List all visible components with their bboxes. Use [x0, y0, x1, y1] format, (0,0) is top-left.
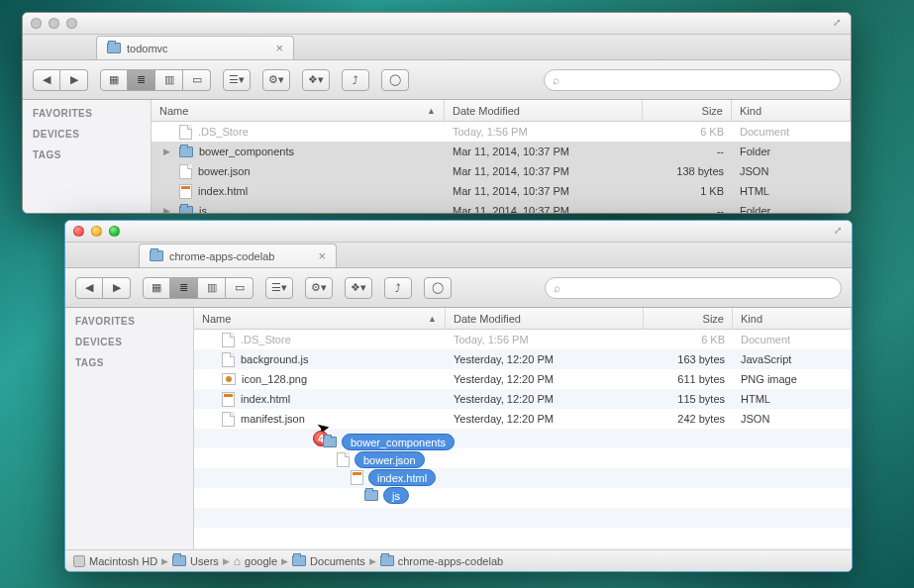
cell-kind: Folder [732, 205, 851, 213]
cell-size: 115 bytes [644, 393, 733, 405]
table-row[interactable]: bower.jsonMar 11, 2014, 10:37 PM138 byte… [152, 161, 851, 181]
breadcrumb[interactable]: Macintosh HD [73, 555, 157, 567]
action-button[interactable]: ⚙▾ [305, 277, 333, 299]
arrange-button[interactable]: ☰▾ [265, 277, 293, 299]
column-name[interactable]: Name▲ [152, 100, 445, 121]
minimize-window-icon[interactable] [49, 18, 59, 29]
cell-date: Yesterday, 12:20 PM [446, 413, 644, 425]
titlebar[interactable]: ⤢ [65, 221, 852, 243]
content: FAVORITES DEVICES TAGS Name▲ Date Modifi… [65, 308, 852, 549]
search-input[interactable] [564, 282, 833, 294]
back-button[interactable]: ◀ [33, 69, 60, 91]
table-row[interactable]: .DS_StoreToday, 1:56 PM6 KBDocument [194, 330, 852, 349]
column-size[interactable]: Size [643, 100, 732, 121]
dropbox-button[interactable]: ❖▾ [302, 69, 330, 91]
cell-name: index.html [194, 392, 446, 407]
column-headers: Name▲ Date Modified Size Kind [194, 308, 852, 330]
tab-todomvc[interactable]: todomvc × [96, 36, 294, 59]
breadcrumb[interactable]: Documents [292, 555, 365, 567]
cell-size: 163 bytes [644, 353, 733, 365]
cell-date: Mar 11, 2014, 10:37 PM [445, 165, 643, 177]
tab-chrome-apps-codelab[interactable]: chrome-apps-codelab × [139, 244, 337, 267]
minimize-window-icon[interactable] [91, 226, 102, 237]
titlebar[interactable]: ⤢ [23, 13, 851, 35]
close-tab-icon[interactable]: × [275, 42, 283, 54]
action-button[interactable]: ⚙▾ [262, 69, 290, 91]
column-size[interactable]: Size [644, 308, 733, 329]
breadcrumb[interactable]: chrome-apps-codelab [380, 555, 503, 567]
edit-tags-button[interactable]: ◯ [424, 277, 452, 299]
icon-view-button[interactable]: ▦ [100, 69, 128, 91]
column-name[interactable]: Name▲ [194, 308, 446, 329]
sidebar-tags[interactable]: TAGS [75, 357, 183, 368]
table-row[interactable]: background.jsYesterday, 12:20 PM163 byte… [194, 349, 852, 369]
column-date[interactable]: Date Modified [445, 100, 643, 121]
icon-view-button[interactable]: ▦ [143, 277, 170, 299]
view-switcher: ▦ ≣ ▥ ▭ [143, 277, 254, 299]
table-row[interactable]: manifest.jsonYesterday, 12:20 PM242 byte… [194, 409, 852, 429]
close-window-icon[interactable] [73, 226, 84, 237]
zoom-window-icon[interactable] [66, 18, 77, 29]
close-window-icon[interactable] [31, 18, 42, 29]
arrange-button[interactable]: ☰▾ [223, 69, 251, 91]
disclosure-icon[interactable]: ▶ [163, 147, 173, 156]
sidebar-devices[interactable]: DEVICES [75, 337, 183, 347]
file-name: .DS_Store [241, 334, 291, 345]
nav-buttons: ◀ ▶ [33, 69, 88, 91]
search-field[interactable]: ⌕ [545, 277, 842, 299]
column-view-button[interactable]: ▥ [198, 277, 226, 299]
share-button[interactable]: ⤴ [342, 69, 369, 91]
image-file-icon [222, 373, 236, 385]
column-date[interactable]: Date Modified [446, 308, 644, 329]
tab-bar: todomvc × [23, 35, 851, 60]
search-field[interactable]: ⌕ [544, 69, 841, 91]
sidebar-favorites[interactable]: FAVORITES [33, 108, 141, 119]
dropbox-button[interactable]: ❖▾ [345, 277, 372, 299]
column-kind[interactable]: Kind [733, 308, 852, 329]
cell-kind: PNG image [733, 373, 852, 385]
traffic-lights [23, 18, 77, 29]
close-tab-icon[interactable]: × [318, 249, 326, 262]
list-view-button[interactable]: ≣ [128, 69, 155, 91]
sidebar-devices[interactable]: DEVICES [33, 129, 141, 140]
list-view-button[interactable]: ≣ [170, 277, 198, 299]
zoom-window-icon[interactable] [109, 226, 120, 237]
path-bar: Macintosh HD▶Users▶⌂google▶Documents▶chr… [65, 549, 852, 571]
column-kind[interactable]: Kind [732, 100, 851, 121]
cell-size: 611 bytes [644, 373, 733, 385]
drag-item-label: bower_components [342, 434, 455, 450]
forward-button[interactable]: ▶ [103, 277, 131, 299]
drag-item: js [364, 487, 455, 504]
table-row[interactable]: icon_128.pngYesterday, 12:20 PM611 bytes… [194, 369, 852, 389]
file-name: index.html [241, 393, 290, 405]
search-input[interactable] [563, 74, 832, 86]
back-button[interactable]: ◀ [75, 277, 103, 299]
cell-kind: Folder [732, 146, 851, 157]
cell-size: -- [643, 205, 732, 213]
fullscreen-icon[interactable]: ⤢ [834, 225, 844, 235]
coverflow-view-button[interactable]: ▭ [183, 69, 211, 91]
forward-button[interactable]: ▶ [60, 69, 88, 91]
disclosure-icon[interactable]: ▶ [163, 206, 173, 213]
sidebar-favorites[interactable]: FAVORITES [75, 316, 183, 327]
edit-tags-button[interactable]: ◯ [381, 69, 409, 91]
table-row[interactable]: index.htmlYesterday, 12:20 PM115 bytesHT… [194, 389, 852, 409]
folder-icon [364, 490, 378, 501]
share-button[interactable]: ⤴ [384, 277, 412, 299]
breadcrumb[interactable]: Users [172, 555, 219, 567]
table-row[interactable]: ▶jsMar 11, 2014, 10:37 PM--Folder [152, 201, 851, 213]
sidebar-tags[interactable]: TAGS [33, 149, 141, 160]
column-view-button[interactable]: ▥ [155, 69, 183, 91]
coverflow-view-button[interactable]: ▭ [226, 277, 254, 299]
disk-icon [73, 555, 85, 567]
table-row[interactable]: .DS_StoreToday, 1:56 PM6 KBDocument [152, 122, 851, 142]
table-row[interactable]: index.htmlMar 11, 2014, 10:37 PM1 KBHTML [152, 181, 851, 201]
drag-item-label: index.html [368, 469, 436, 486]
breadcrumb[interactable]: ⌂google [234, 554, 277, 568]
column-headers: Name▲ Date Modified Size Kind [152, 100, 851, 122]
cell-date: Today, 1:56 PM [446, 334, 644, 345]
table-row[interactable]: ▶bower_componentsMar 11, 2014, 10:37 PM-… [152, 142, 851, 161]
file-name: js [199, 205, 207, 213]
file-name: bower.json [198, 165, 251, 177]
fullscreen-icon[interactable]: ⤢ [833, 17, 843, 27]
